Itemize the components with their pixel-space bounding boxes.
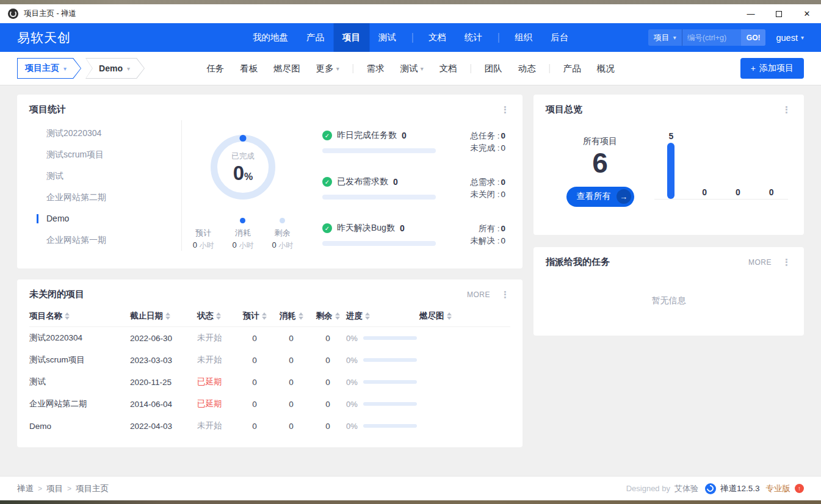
more-link[interactable]: MORE	[467, 290, 490, 299]
legend-label: 消耗	[235, 228, 251, 239]
progress-track	[363, 402, 417, 406]
nav-item-project[interactable]: 项目	[333, 23, 369, 52]
nav-item-test[interactable]: 测试	[369, 23, 405, 52]
stat-row: ✓ 昨天解决Bug数 0 所有 :0 未解决 :0	[322, 223, 508, 247]
table-body: 测试20220304 2022-06-30 未开始 0 0 0 0% 测试scr…	[29, 327, 510, 437]
tool-item-story[interactable]: 需求	[359, 63, 392, 74]
cell-deadline: 2022-04-03	[130, 422, 197, 431]
breadcrumb-project[interactable]: 项目	[46, 483, 63, 494]
tool-item-burn[interactable]: 燃尽图	[266, 63, 308, 74]
tool-item-team[interactable]: 团队	[477, 63, 510, 74]
kebab-menu-icon[interactable]: ⋮	[780, 105, 793, 114]
column-header-consumed[interactable]: 消耗	[273, 311, 309, 322]
cell-estimate: 0	[236, 356, 273, 365]
user-menu[interactable]: guest ▾	[776, 33, 804, 43]
column-header-status[interactable]: 状态	[197, 311, 236, 322]
column-header-deadline[interactable]: 截止日期	[130, 311, 197, 322]
add-project-button[interactable]: + 添加项目	[740, 58, 804, 79]
zentao-logo-icon	[705, 483, 716, 494]
nav-item-admin[interactable]: 后台	[541, 23, 577, 52]
project-list-item[interactable]: 企业网站第二期	[29, 187, 181, 208]
column-header-name[interactable]: 项目名称	[29, 311, 130, 322]
tool-item-doc[interactable]: 文档	[432, 63, 465, 74]
tool-item-product[interactable]: 产品	[555, 63, 589, 74]
upgrade-icon[interactable]: ↑	[795, 484, 804, 493]
kebab-menu-icon[interactable]: ⋮	[499, 290, 512, 299]
progress-track	[363, 424, 417, 428]
project-breadcrumb-tabs: 项目主页 ▾ Demo ▾	[17, 58, 145, 79]
stat-side-value: 0	[501, 224, 505, 233]
tool-item-test[interactable]: 测试▾	[392, 63, 432, 74]
project-list: 测试20220304测试scrum项目测试企业网站第二期Demo企业网站第一期	[29, 120, 182, 251]
progress-percent: 0%	[346, 400, 358, 409]
main-navbar: 易软天创 我的地盘 产品 项目 测试 文档 统计 组织 后台 项目 ▾ GO! …	[0, 23, 821, 52]
cell-remain: 0	[309, 422, 346, 431]
stat-side-key: 未完成 :	[470, 143, 499, 153]
brand-logo[interactable]: 易软天创	[17, 29, 71, 46]
tool-item-more[interactable]: 更多▾	[308, 63, 347, 74]
arrow-right-icon: →	[617, 189, 631, 204]
table-row[interactable]: 企业网站第二期 2014-06-04 已延期 0 0 0 0%	[29, 393, 510, 415]
column-header-remain[interactable]: 剩余	[309, 311, 346, 322]
progress-track	[363, 336, 417, 340]
project-list-item[interactable]: Demo	[29, 208, 181, 229]
breadcrumb-zentao[interactable]: 禅道	[17, 483, 34, 494]
kebab-menu-icon[interactable]: ⋮	[499, 105, 512, 114]
search-input[interactable]	[682, 29, 741, 46]
tool-item-dynamic[interactable]: 动态	[510, 63, 544, 74]
tool-label: 团队	[485, 63, 502, 74]
breadcrumb-project-home[interactable]: 项目主页	[76, 483, 109, 494]
sort-icon	[447, 312, 452, 320]
search-category-select[interactable]: 项目 ▾	[648, 29, 682, 46]
crumb-current-project[interactable]: Demo ▾	[85, 58, 145, 79]
nav-item-product[interactable]: 产品	[297, 23, 333, 52]
tool-label: 概况	[597, 63, 615, 74]
window-titlebar: 项目主页 - 禅道 — ✕	[0, 4, 821, 23]
nav-item-my[interactable]: 我的地盘	[244, 23, 297, 52]
more-link[interactable]: MORE	[748, 258, 772, 267]
cell-consumed: 0	[273, 356, 309, 365]
maximize-button[interactable]	[765, 4, 793, 23]
bar-column: 0	[754, 128, 788, 199]
project-list-item[interactable]: 测试20220304	[29, 123, 181, 144]
tool-item-overview[interactable]: 概况	[589, 63, 623, 74]
username: guest	[776, 33, 797, 43]
project-list-item[interactable]: 测试scrum项目	[29, 144, 181, 165]
column-header-progress[interactable]: 进度	[346, 311, 419, 322]
tool-item-task[interactable]: 任务	[198, 63, 232, 74]
minimize-button[interactable]: —	[737, 4, 765, 23]
nav-item-org[interactable]: 组织	[505, 23, 541, 52]
desktop-background-strip	[0, 0, 821, 4]
close-button[interactable]: ✕	[793, 4, 821, 23]
bar-fill	[667, 143, 675, 199]
project-list-item[interactable]: 企业网站第一期	[29, 229, 181, 251]
empty-message: 暂无信息	[533, 272, 804, 336]
bar-chart-bars: 5 0 0 0	[654, 128, 788, 200]
kebab-menu-icon[interactable]: ⋮	[780, 257, 793, 267]
table-row[interactable]: 测试20220304 2022-06-30 未开始 0 0 0 0%	[29, 327, 510, 349]
table-row[interactable]: 测试 2020-11-25 已延期 0 0 0 0%	[29, 371, 510, 393]
nav-item-stats[interactable]: 统计	[455, 23, 491, 52]
column-header-estimate[interactable]: 预计	[236, 311, 273, 322]
check-circle-icon: ✓	[322, 177, 332, 187]
designer-link[interactable]: 艾体验	[675, 483, 698, 494]
project-name: 企业网站第一期	[46, 235, 106, 245]
completion-donut: 已完成 0% 预计 0 小时 消耗 0 小时 剩余	[182, 120, 304, 251]
cell-project-name: 测试20220304	[29, 333, 130, 344]
edition-link[interactable]: 专业版	[766, 483, 791, 494]
my-tasks-panel: 指派给我的任务 MORE ⋮ 暂无信息	[533, 247, 804, 336]
search-go-button[interactable]: GO!	[741, 29, 766, 46]
legend-dot-icon	[280, 218, 285, 223]
view-all-button[interactable]: 查看所有 →	[566, 187, 634, 207]
crumb-project-home[interactable]: 项目主页 ▾	[17, 58, 81, 79]
main-menu: 我的地盘 产品 项目 测试 文档 统计 组织 后台	[244, 23, 577, 52]
nav-item-doc[interactable]: 文档	[419, 23, 455, 52]
project-list-item[interactable]: 测试	[29, 165, 181, 187]
cell-deadline: 2023-03-03	[130, 356, 197, 365]
table-row[interactable]: Demo 2022-04-03 未开始 0 0 0 0%	[29, 415, 510, 437]
column-header-burndown[interactable]: 燃尽图	[419, 311, 510, 322]
table-row[interactable]: 测试scrum项目 2023-03-03 未开始 0 0 0 0%	[29, 349, 510, 371]
tool-item-kanban[interactable]: 看板	[232, 63, 266, 74]
stat-progress-track	[322, 148, 436, 153]
stat-value: 0	[402, 131, 407, 140]
